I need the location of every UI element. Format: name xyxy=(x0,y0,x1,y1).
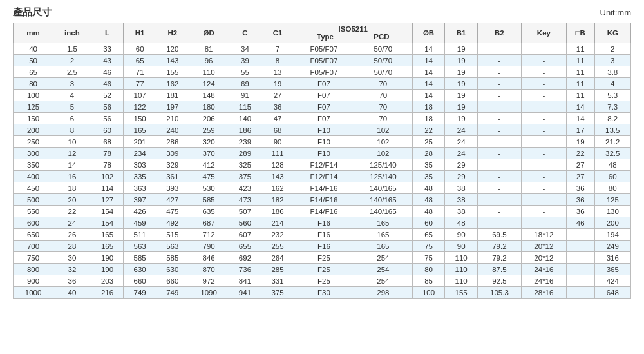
table-cell: 790 xyxy=(189,241,229,252)
table-cell: 530 xyxy=(189,182,229,194)
table-cell: 70 xyxy=(354,90,412,101)
table-cell: 660 xyxy=(124,275,156,287)
table-cell: - xyxy=(477,101,521,113)
table-cell: 14 xyxy=(53,159,91,171)
table-cell: F10 xyxy=(294,136,354,148)
table-cell: 14 xyxy=(412,66,445,78)
table-cell: 234 xyxy=(124,148,156,159)
table-cell: 27 xyxy=(566,171,594,182)
table-cell: 105.3 xyxy=(477,287,521,299)
table-cell: 329 xyxy=(156,159,189,171)
table-cell: 162 xyxy=(156,78,189,90)
table-cell: 24 xyxy=(445,124,478,136)
table-cell: 120 xyxy=(156,43,189,55)
table-cell: 70 xyxy=(354,113,412,124)
table-row: 15065615021020614047F07701819--148.2 xyxy=(14,113,631,124)
table-row: 65026165511515712607232F16165659069.518*… xyxy=(14,229,631,241)
table-cell: 70 xyxy=(354,101,412,113)
table-cell: 240 xyxy=(156,124,189,136)
table-row: 652.546711551105513F05/F0750/701419--113… xyxy=(14,66,631,78)
table-cell: 78 xyxy=(91,159,124,171)
table-cell: 77 xyxy=(124,78,156,90)
table-cell: 102 xyxy=(354,124,412,136)
table-cell: 128 xyxy=(261,159,294,171)
table-cell: 68 xyxy=(91,136,124,148)
table-cell: 24*16 xyxy=(521,264,566,275)
table-cell: 100 xyxy=(14,90,53,101)
table-cell: 29 xyxy=(445,171,478,182)
table-cell: 165 xyxy=(91,241,124,252)
table-cell: 630 xyxy=(156,264,189,275)
table-cell: 4 xyxy=(594,78,630,90)
table-cell: 140/165 xyxy=(354,182,412,194)
table-cell: 450 xyxy=(14,182,53,194)
table-cell: 16 xyxy=(53,171,91,182)
table-cell: 56 xyxy=(91,101,124,113)
table-cell: 107 xyxy=(124,90,156,101)
table-cell: 26 xyxy=(53,229,91,241)
table-cell: 27 xyxy=(261,90,294,101)
table-cell: 2.5 xyxy=(53,66,91,78)
table-cell: 7.3 xyxy=(594,101,630,113)
table-cell: 736 xyxy=(229,264,261,275)
table-cell: 181 xyxy=(156,90,189,101)
table-cell: 972 xyxy=(189,275,229,287)
table-cell: 143 xyxy=(261,171,294,182)
table-cell: 375 xyxy=(229,171,261,182)
table-cell: 309 xyxy=(156,148,189,159)
table-cell: 125 xyxy=(594,194,630,206)
table-cell: 19 xyxy=(445,113,478,124)
col-Key: Key xyxy=(521,23,566,43)
table-cell: 35 xyxy=(412,159,445,171)
table-row: 55022154426475635507186F14/F16140/165483… xyxy=(14,206,631,217)
table-cell: 239 xyxy=(229,136,261,148)
table-cell: F14/F16 xyxy=(294,194,354,206)
table-cell: 125/140 xyxy=(354,171,412,182)
table-cell: 29 xyxy=(445,159,478,171)
table-cell: - xyxy=(521,78,566,90)
table-cell: 13 xyxy=(261,66,294,78)
table-cell: 550 xyxy=(14,206,53,217)
table-cell: 17 xyxy=(566,124,594,136)
table-cell: 3.8 xyxy=(594,66,630,78)
table-cell: 285 xyxy=(261,264,294,275)
table-row: 80346771621246919F07701419--114 xyxy=(14,78,631,90)
table-cell: 110 xyxy=(445,275,478,287)
table-cell: 700 xyxy=(14,241,53,252)
table-cell: 48 xyxy=(412,182,445,194)
table-cell: 563 xyxy=(156,241,189,252)
table-cell: 846 xyxy=(189,252,229,264)
table-cell: 10 xyxy=(53,136,91,148)
table-cell: - xyxy=(477,206,521,217)
table-cell: - xyxy=(521,90,566,101)
table-cell: F07 xyxy=(294,78,354,90)
table-cell: 19 xyxy=(445,55,478,66)
table-cell: 38 xyxy=(445,194,478,206)
table-cell: 130 xyxy=(594,206,630,217)
table-cell: 180 xyxy=(189,101,229,113)
table-cell: 165 xyxy=(354,241,412,252)
table-cell: 40 xyxy=(53,287,91,299)
table-cell: 331 xyxy=(261,275,294,287)
table-cell: 5 xyxy=(53,101,91,113)
table-cell: 22 xyxy=(566,148,594,159)
table-cell: 393 xyxy=(156,182,189,194)
table-cell: F05/F07 xyxy=(294,55,354,66)
table-cell: 8.2 xyxy=(594,113,630,124)
table-row: 12555612219718011536F07701819--147.3 xyxy=(14,101,631,113)
table-cell: 85 xyxy=(412,275,445,287)
table-cell: 214 xyxy=(261,217,294,229)
table-cell: 424 xyxy=(594,275,630,287)
table-cell: 65 xyxy=(14,66,53,78)
table-cell: - xyxy=(477,194,521,206)
table-cell: 316 xyxy=(594,252,630,264)
table-cell: 870 xyxy=(189,264,229,275)
table-cell: 27 xyxy=(566,159,594,171)
table-cell: 635 xyxy=(189,206,229,217)
table-cell: - xyxy=(477,159,521,171)
table-cell: - xyxy=(477,113,521,124)
table-cell: 249 xyxy=(594,241,630,252)
table-cell: F25 xyxy=(294,264,354,275)
table-cell: 34 xyxy=(229,43,261,55)
page-header: 產品尺寸 Unit:mm xyxy=(13,6,631,19)
